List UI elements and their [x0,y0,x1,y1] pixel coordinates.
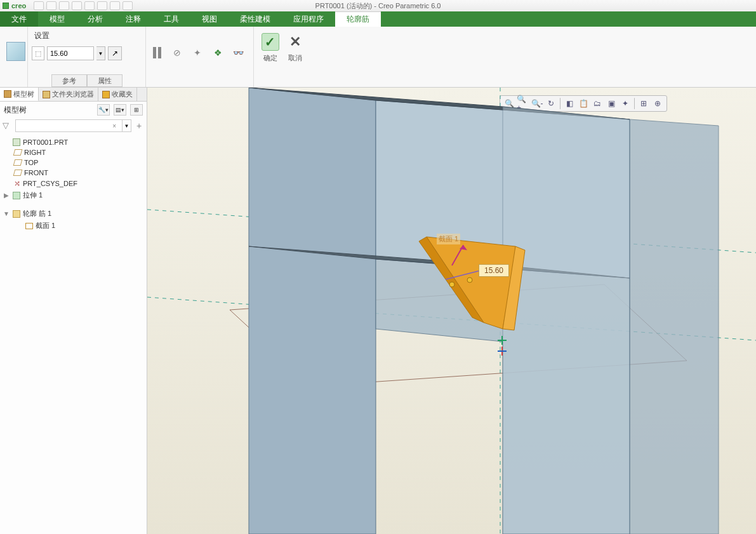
expand-icon[interactable]: ▶ [3,192,10,199]
menu-model[interactable]: 模型 [38,11,76,27]
ok-button[interactable]: ✓ 确定 [258,29,282,63]
app-logo-icon [3,3,9,9]
flip-direction-icon[interactable]: ↗ [108,46,122,60]
tree-plane-front[interactable]: FRONT [3,168,144,178]
collapse-icon[interactable]: ▼ [3,210,10,217]
glasses-icon[interactable]: 👓 [231,46,245,60]
clear-filter-icon[interactable]: × [112,123,116,130]
menu-profile-rib[interactable]: 轮廓筋 [335,11,381,27]
tree-plane-right[interactable]: RIGHT [3,147,144,157]
svg-marker-7 [249,88,376,534]
menu-annotate[interactable]: 注释 [114,11,152,27]
app-brand: creo [0,2,31,10]
menu-apps[interactable]: 应用程序 [282,11,335,27]
ribbon-sub-tabs: 参考 属性 [51,74,123,87]
tab-model-tree[interactable]: 模型树 [0,88,39,101]
tree-rib[interactable]: ▼轮廓 筋 1 [3,208,144,220]
title-bar: creo PRT0001 (活动的) - Creo Parametric 6.0 [0,0,756,11]
tab-favorites[interactable]: 收藏夹 [98,88,137,101]
ribbon-group-settings: 设置 ⬚ ▼ ↗ 参考 属性 [28,27,146,87]
section-icon [25,223,33,229]
cancel-label: 取消 [282,53,307,63]
menu-tools[interactable]: 工具 [152,11,190,27]
quick-access-toolbar [31,1,133,10]
tab-fav-label: 收藏夹 [112,90,133,99]
csys-icon: ⤭ [14,179,20,188]
dimension-value[interactable]: 15.60 [479,264,509,277]
no-preview-icon[interactable]: ⊘ [170,46,184,60]
funnel-icon[interactable]: ▽ [3,121,13,131]
plane-icon [13,159,23,166]
tree-title: 模型树 [4,105,27,116]
plane-top-label: TOP [24,159,38,166]
tab-model-tree-label: 模型树 [13,90,34,99]
section-label: 截面 1 [36,221,55,230]
menu-analysis[interactable]: 分析 [76,11,114,27]
verify-icon[interactable]: ✦ [190,46,204,60]
qat-open-icon[interactable] [46,1,56,10]
svg-marker-12 [630,119,719,534]
tree-root[interactable]: PRT0001.PRT [3,137,144,147]
viewport[interactable]: 🔍 🔍+ 🔍- ↻ ◧ 📋 🗂 ▣ ✦ ⊞ ⊕ [147,88,756,534]
svg-point-21 [467,277,472,283]
thickness-dropdown-icon[interactable]: ▼ [96,46,105,60]
tree-plane-top[interactable]: TOP [3,157,144,168]
folder-icon [43,91,50,98]
tree-filter: ▽ × ▼ + [0,118,147,133]
qat-windows-icon[interactable] [110,1,120,10]
star-icon [102,91,110,98]
plane-right-label: RIGHT [24,149,46,156]
menu-view[interactable]: 视图 [190,11,229,27]
left-panel: 模型树 文件夹浏览器 收藏夹 模型树 🔧▾ ▤▾ ⊞ ▽ × ▼ + PRT00… [0,88,147,534]
csys-label: PRT_CSYS_DEF [23,180,77,187]
geometry-canvas [147,88,756,534]
menu-file[interactable]: 文件 [0,11,38,27]
sketch-icon[interactable] [6,42,25,61]
part-icon [13,138,20,146]
plane-icon [13,149,23,156]
extrude-label: 拉伸 1 [23,190,43,200]
ribbon-group-sketch [0,27,28,87]
filter-input[interactable] [15,119,123,132]
tree-csys[interactable]: ⤭PRT_CSYS_DEF [3,178,144,189]
qat-regen-icon[interactable] [97,1,107,10]
tree-layout-icon[interactable]: ⊞ [130,104,143,116]
tree-root-label: PRT0001.PRT [23,138,68,146]
rib-icon [13,210,20,218]
filter-dropdown-icon[interactable]: ▼ [123,119,131,132]
qat-undo-icon[interactable] [72,1,82,10]
left-panel-tabs: 模型树 文件夹浏览器 收藏夹 [0,88,147,102]
plane-icon [13,170,23,176]
plane-front-label: FRONT [24,169,48,177]
sub-tab-reference[interactable]: 参考 [51,74,87,87]
qat-save-icon[interactable] [59,1,69,10]
app-brand-text: creo [11,2,26,10]
cancel-button[interactable]: ✕ 取消 [282,29,307,63]
add-filter-icon[interactable]: + [134,121,144,131]
qat-redo-icon[interactable] [84,1,95,10]
qat-close-icon[interactable] [123,1,133,10]
menu-flex[interactable]: 柔性建模 [229,11,282,27]
sub-tab-attributes[interactable]: 属性 [87,74,123,87]
window-title: PRT0001 (活动的) - Creo Parametric 6.0 [315,1,441,11]
tree-show-icon[interactable]: ▤▾ [114,104,126,116]
feature-preview-icon[interactable]: ❖ [211,46,225,60]
pause-icon[interactable] [150,46,164,60]
tab-folder-browser[interactable]: 文件夹浏览器 [39,88,98,101]
section-annotation[interactable]: 截面 1 [437,234,460,244]
extrude-icon [13,192,20,199]
thickness-symbol-icon[interactable]: ⬚ [32,46,44,60]
thickness-input[interactable] [47,46,94,60]
tree-icon [4,90,11,98]
settings-label: 设置 [32,29,142,43]
tab-folder-label: 文件夹浏览器 [52,90,94,99]
menu-bar: 文件 模型 分析 注释 工具 视图 柔性建模 应用程序 轮廓筋 [0,11,756,27]
tree-section[interactable]: 截面 1 [3,220,144,232]
rib-label: 轮廓 筋 1 [23,209,51,218]
model-tree: PRT0001.PRT RIGHT TOP FRONT ⤭PRT_CSYS_DE… [0,133,147,236]
csys-marker-icon [498,347,507,356]
tree-extrude[interactable]: ▶拉伸 1 [3,189,144,201]
ribbon-group-confirm: ✓ 确定 ✕ 取消 [254,27,311,87]
qat-new-icon[interactable] [34,1,44,10]
tree-settings-icon[interactable]: 🔧▾ [97,104,110,116]
